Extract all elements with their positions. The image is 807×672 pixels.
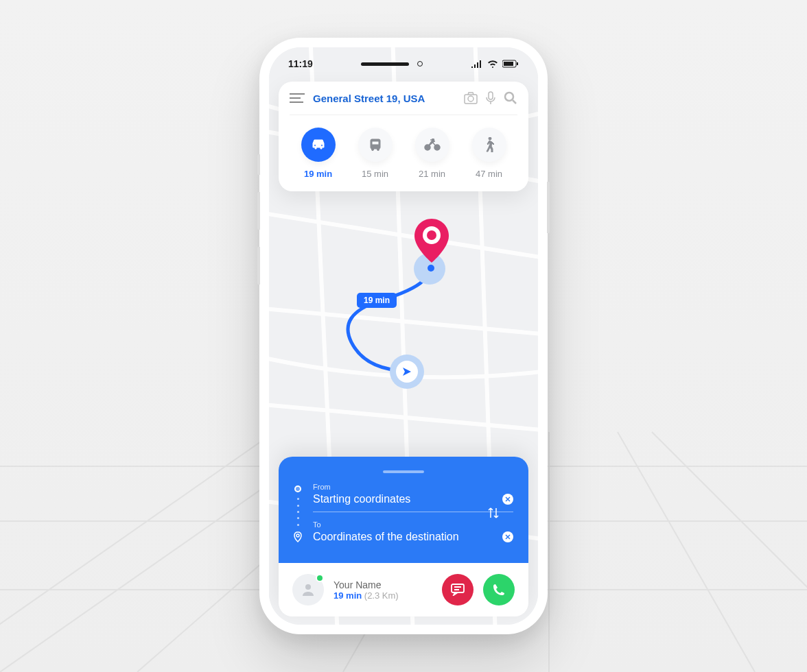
- car-icon: [301, 128, 336, 162]
- svg-point-12: [371, 149, 373, 151]
- chat-button[interactable]: [442, 574, 473, 605]
- svg-point-16: [432, 139, 434, 141]
- transport-car-time: 19 min: [304, 169, 332, 179]
- transport-walk-time: 47 min: [476, 169, 502, 179]
- phone-side-button-right: [547, 182, 550, 233]
- destination-pin-icon[interactable]: [414, 219, 449, 265]
- microphone-icon[interactable]: [486, 91, 495, 105]
- svg-point-20: [296, 534, 299, 537]
- origin-marker-icon: [294, 485, 301, 492]
- bike-icon: [415, 128, 449, 162]
- current-location-marker[interactable]: [390, 355, 424, 389]
- phone-frame: 11:19 General Street 19, USA: [259, 38, 548, 634]
- bus-icon: [358, 128, 393, 162]
- signal-icon: [471, 60, 483, 68]
- phone-screen: 11:19 General Street 19, USA: [269, 47, 538, 625]
- svg-point-7: [505, 93, 513, 101]
- drag-handle[interactable]: [383, 470, 424, 473]
- transport-modes: 19 min 15 min 21 min: [290, 115, 517, 179]
- route-inputs-panel: From Starting coordinates To Coordinates…: [279, 457, 528, 563]
- to-label: To: [313, 520, 513, 529]
- swap-icon[interactable]: [487, 506, 500, 523]
- svg-point-19: [427, 230, 436, 240]
- battery-icon: [502, 60, 519, 68]
- driver-name: Your Name: [334, 579, 432, 590]
- status-bar: 11:19: [269, 47, 538, 75]
- bottom-sheet: From Starting coordinates To Coordinates…: [279, 457, 528, 616]
- phone-camera: [417, 61, 423, 67]
- svg-point-5: [468, 96, 473, 101]
- wifi-icon: [487, 60, 498, 68]
- driver-row: Your Name 19 min (2.3 Km): [279, 563, 528, 616]
- status-icons: [471, 60, 519, 68]
- transport-car[interactable]: 19 min: [301, 128, 336, 179]
- phone-speaker: [361, 62, 409, 66]
- transport-bike[interactable]: 21 min: [415, 128, 449, 179]
- input-divider: [313, 512, 513, 512]
- person-icon: [301, 582, 316, 597]
- camera-icon[interactable]: [464, 92, 478, 104]
- route-markers-line: [294, 485, 302, 542]
- from-label: From: [313, 483, 513, 491]
- transport-bike-time: 21 min: [419, 169, 445, 179]
- menu-icon[interactable]: [290, 93, 305, 103]
- svg-point-21: [305, 584, 311, 590]
- clear-from-button[interactable]: [502, 494, 513, 505]
- transport-walk[interactable]: 47 min: [472, 128, 506, 179]
- status-time: 11:19: [288, 58, 313, 69]
- from-input[interactable]: Starting coordinates: [313, 493, 410, 505]
- driver-distance: (2.3 Km): [364, 590, 399, 601]
- svg-rect-11: [372, 141, 379, 145]
- to-input[interactable]: Coordinates of the destination: [313, 531, 459, 543]
- phone-icon: [493, 584, 505, 596]
- svg-rect-3: [517, 62, 518, 65]
- search-card: General Street 19, USA 19 min: [279, 82, 528, 191]
- driver-eta: 19 min: [334, 590, 362, 601]
- walk-icon: [472, 128, 506, 162]
- search-input[interactable]: General Street 19, USA: [313, 93, 456, 104]
- clear-to-button[interactable]: [502, 531, 513, 542]
- svg-rect-6: [489, 92, 493, 99]
- phone-side-buttons-left: [257, 154, 260, 302]
- svg-rect-22: [452, 584, 464, 592]
- search-icon[interactable]: [504, 91, 517, 105]
- svg-point-13: [377, 149, 379, 151]
- svg-point-9: [320, 145, 323, 147]
- svg-rect-2: [504, 62, 513, 66]
- destination-dot: [428, 265, 434, 272]
- svg-point-17: [489, 137, 491, 140]
- svg-point-8: [314, 145, 316, 147]
- transport-bus[interactable]: 15 min: [358, 128, 393, 179]
- online-status-dot: [316, 574, 324, 582]
- transport-bus-time: 15 min: [362, 169, 388, 179]
- destination-marker-icon: [294, 531, 302, 542]
- call-button[interactable]: [483, 574, 515, 605]
- route-time-badge: 19 min: [357, 293, 397, 308]
- chat-icon: [451, 584, 465, 596]
